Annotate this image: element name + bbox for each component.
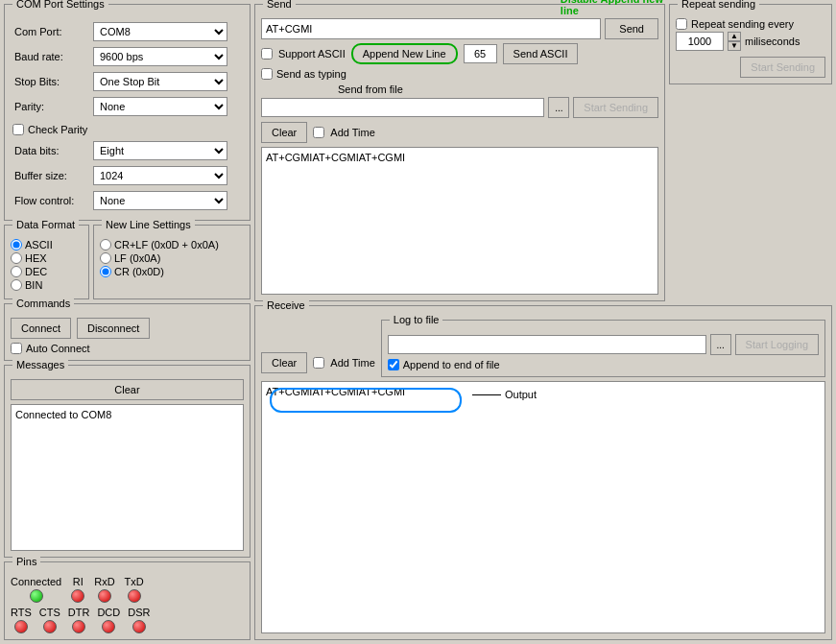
append-to-file-checkbox[interactable] — [388, 359, 399, 370]
pin-dsr-label: DSR — [128, 607, 150, 618]
flow-control-select[interactable]: None — [93, 191, 227, 210]
pin-ri: RI — [71, 576, 84, 603]
pin-rxd-indicator — [98, 589, 111, 603]
pin-cts-indicator — [43, 620, 57, 633]
pin-ri-label: RI — [73, 576, 84, 587]
send-button[interactable]: Send — [605, 18, 658, 39]
pin-dcd-indicator — [102, 620, 115, 633]
send-as-typing-label: Send as typing — [276, 68, 346, 80]
receive-clear-button[interactable]: Clear — [261, 352, 307, 373]
pin-cts-label: CTS — [39, 607, 60, 618]
auto-connect-label: Auto Connect — [26, 343, 90, 354]
dec-label: DEC — [25, 266, 47, 277]
log-file-browse-button[interactable]: ... — [710, 334, 731, 355]
receive-text-wrapper: AT+CGMIAT+CGMIAT+CGMI — [266, 386, 405, 397]
send-from-file-label: Send from file — [338, 83, 403, 95]
repeat-spinner: ▲ ▼ — [728, 32, 741, 51]
disconnect-button[interactable]: Disconnect — [77, 318, 150, 339]
send-ascii-button[interactable]: Send ASCII — [503, 43, 579, 64]
pin-connected-label: Connected — [11, 576, 61, 587]
start-sending-button[interactable]: Start Sending — [573, 97, 658, 118]
pin-dsr: DSR — [128, 607, 150, 633]
pin-txd-indicator — [128, 589, 141, 603]
hex-radio[interactable] — [11, 252, 22, 264]
buffer-size-label: Buffer size: — [12, 164, 89, 187]
flow-control-label: Flow control: — [12, 189, 89, 212]
repeat-every-label: Repeat sending every — [691, 18, 794, 30]
dec-radio[interactable] — [11, 266, 22, 277]
send-add-time-checkbox[interactable] — [313, 127, 324, 138]
send-clear-button[interactable]: Clear — [261, 122, 307, 143]
pin-rts-label: RTS — [11, 607, 32, 618]
stop-bits-label: Stop Bits: — [12, 70, 89, 93]
buffer-size-select[interactable]: 1024 — [93, 166, 227, 185]
parity-label: Parity: — [12, 95, 89, 118]
send-as-typing-checkbox[interactable] — [261, 68, 273, 80]
repeat-checkbox-row: Repeat sending every — [676, 18, 825, 30]
start-logging-button[interactable]: Start Logging — [735, 334, 819, 355]
repeat-up-button[interactable]: ▲ — [728, 32, 741, 41]
parity-select[interactable]: None — [93, 97, 227, 116]
newline-title: New Line Settings — [102, 219, 195, 230]
hex-label: HEX — [25, 252, 47, 264]
receive-group: Receive Clear Add Time Log to file ... S… — [254, 305, 832, 640]
repeat-interval-input[interactable] — [676, 32, 724, 51]
log-to-file-title: Log to file — [390, 314, 443, 325]
commands-title: Commands — [12, 298, 74, 309]
receive-top-row: Clear Add Time Log to file ... Start Log… — [261, 320, 825, 377]
send-from-file-label-row: Send from file — [261, 83, 658, 95]
repeat-sending-group: Repeat sending Repeat sending every ▲ ▼ … — [669, 4, 832, 84]
com-port-select[interactable]: COM8 — [93, 22, 227, 41]
pin-connected-indicator — [30, 589, 43, 603]
send-input-row: Send — [261, 18, 658, 39]
crlf-radio[interactable] — [100, 239, 111, 250]
check-parity-label: Check Parity — [28, 124, 87, 135]
pin-connected: Connected — [11, 576, 61, 603]
receive-clear-addtime: Clear Add Time — [261, 352, 375, 373]
ascii-radio[interactable] — [11, 239, 22, 250]
connect-button[interactable]: Connect — [11, 318, 71, 339]
messages-content: Connected to COM8 — [11, 404, 244, 551]
send-add-time-label: Add Time — [330, 127, 374, 138]
baud-rate-select[interactable]: 9600 bps — [93, 47, 227, 66]
pin-dtr-label: DTR — [68, 607, 90, 618]
support-ascii-checkbox[interactable] — [261, 48, 273, 60]
repeat-sending-checkbox[interactable] — [676, 18, 687, 30]
messages-clear-button[interactable]: Clear — [11, 379, 244, 400]
send-input[interactable] — [261, 18, 601, 39]
messages-text: Connected to COM8 — [15, 409, 111, 420]
receive-content-text: AT+CGMIAT+CGMIAT+CGMI — [266, 386, 405, 397]
log-to-file-group: Log to file ... Start Logging Append to … — [381, 320, 825, 377]
bin-radio[interactable] — [11, 279, 22, 291]
receive-add-time-checkbox[interactable] — [313, 357, 324, 369]
log-file-input[interactable] — [388, 335, 706, 354]
send-content-text: AT+CGMIAT+CGMIAT+CGMI — [266, 152, 405, 163]
cr-label: CR (0x0D) — [114, 266, 164, 277]
send-content-area[interactable]: AT+CGMIAT+CGMIAT+CGMI — [261, 147, 658, 295]
lf-radio[interactable] — [100, 252, 111, 264]
ascii-size-input[interactable] — [464, 44, 497, 63]
check-parity-checkbox[interactable] — [12, 124, 24, 135]
send-file-row: ... Start Sending — [261, 97, 658, 118]
auto-connect-checkbox[interactable] — [11, 343, 22, 354]
receive-content[interactable]: AT+CGMIAT+CGMIAT+CGMI — [261, 381, 825, 633]
cr-radio[interactable] — [100, 266, 111, 277]
append-checkbox-row: Append to end of file — [388, 359, 819, 370]
com-port-settings-title: COM Port Settings — [12, 0, 108, 10]
append-new-line-button[interactable]: Append New Line — [351, 43, 458, 64]
data-format-group: Data Format ASCII HEX DEC BIN — [4, 225, 89, 299]
send-file-input[interactable] — [261, 98, 544, 117]
pins-title: Pins — [12, 556, 40, 567]
repeat-start-sending-button[interactable]: Start Sending — [740, 57, 825, 78]
milliseconds-label: miliseconds — [745, 36, 800, 47]
pin-dtr-indicator — [72, 620, 85, 633]
send-file-browse-button[interactable]: ... — [548, 97, 569, 118]
bin-label: BIN — [25, 279, 42, 291]
repeat-down-button[interactable]: ▼ — [728, 41, 741, 51]
commands-group: Commands Connect Disconnect Auto Connect — [4, 303, 251, 361]
stop-bits-select[interactable]: One Stop Bit — [93, 72, 227, 91]
pin-dcd-label: DCD — [97, 607, 120, 618]
pin-dcd: DCD — [97, 607, 120, 633]
data-bits-select[interactable]: Eight — [93, 141, 227, 160]
data-format-title: Data Format — [12, 219, 79, 230]
